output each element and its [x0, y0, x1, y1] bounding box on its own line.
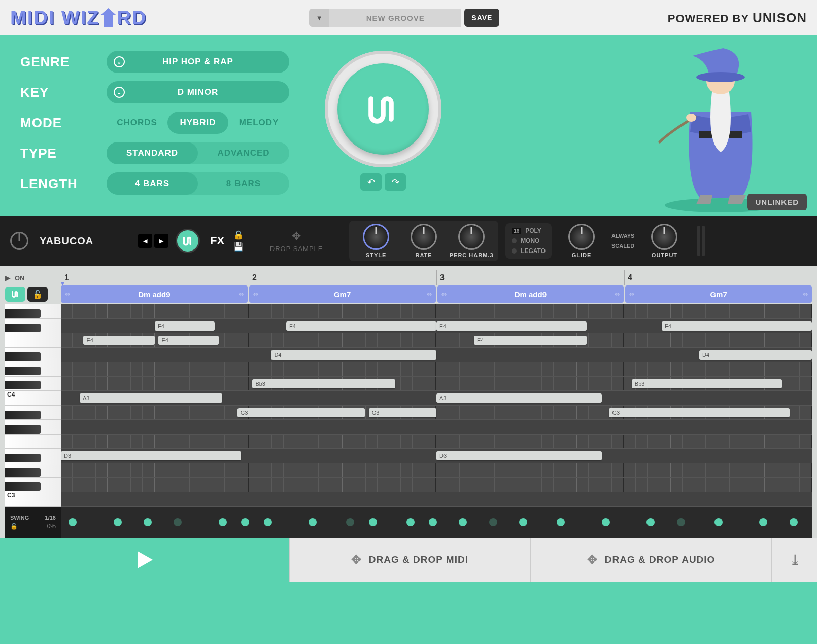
svg-point-6: [696, 72, 745, 82]
prev-preset-button[interactable]: ◀: [138, 234, 152, 248]
chord-block[interactable]: ⇔Gm7⇔: [625, 285, 812, 303]
midi-note[interactable]: E4: [158, 336, 218, 345]
play-button[interactable]: [0, 538, 289, 582]
drag-drop-audio-button[interactable]: ✥ DRAG & DROP AUDIO: [530, 538, 771, 582]
genre-dropdown[interactable]: ⌄ HIP HOP & RAP: [107, 51, 289, 73]
midi-note[interactable]: D3: [436, 451, 602, 460]
chord-block[interactable]: ⇔Gm7⇔: [249, 285, 436, 303]
chord-lock-button[interactable]: 🔓: [27, 287, 48, 302]
chord-unison-button[interactable]: [5, 287, 25, 302]
bar-number: 3: [436, 270, 624, 285]
save-preset-icon[interactable]: 💾: [233, 242, 244, 252]
output-knob[interactable]: [651, 224, 677, 250]
save-button[interactable]: SAVE: [464, 9, 499, 27]
rate-knob[interactable]: [411, 224, 437, 250]
groove-name-field[interactable]: NEW GROOVE: [329, 9, 461, 27]
bar-number: 1: [61, 270, 249, 285]
velocity-dot[interactable]: [241, 518, 249, 526]
velocity-dot[interactable]: [309, 518, 317, 526]
midi-note[interactable]: F4: [662, 321, 812, 331]
mode-melody-button[interactable]: MELODY: [228, 112, 289, 134]
swing-lock-icon[interactable]: 🔓: [10, 523, 18, 530]
midi-note[interactable]: D4: [271, 350, 436, 360]
velocity-dot[interactable]: [759, 518, 767, 526]
play-icon[interactable]: ▶: [5, 274, 11, 282]
unlinked-badge[interactable]: UNLINKED: [747, 194, 807, 210]
velocity-dot[interactable]: [459, 518, 467, 526]
length-4bars-button[interactable]: 4 BARS: [107, 172, 198, 195]
velocity-dot[interactable]: [264, 518, 272, 526]
length-8bars-button[interactable]: 8 BARS: [198, 172, 289, 195]
timeline-ruler[interactable]: ▶ ON ▾ 1234: [5, 270, 812, 285]
unlock-icon[interactable]: 🔓: [233, 230, 244, 240]
mode-chords-button[interactable]: CHORDS: [107, 112, 167, 134]
swing-percent[interactable]: 0%: [47, 523, 56, 530]
key-dropdown[interactable]: ⌄ D MINOR: [107, 81, 289, 103]
velocity-dot[interactable]: [714, 518, 723, 526]
chord-block[interactable]: ⇔Dm add9⇔: [61, 285, 248, 303]
glide-knob[interactable]: [568, 224, 595, 250]
midi-note[interactable]: F4: [286, 321, 436, 331]
midi-note[interactable]: E4: [474, 336, 587, 345]
midi-note[interactable]: D4: [699, 350, 812, 360]
voice-mode-selector[interactable]: 16POLY MONO LEGATO: [505, 223, 552, 259]
velocity-dot[interactable]: [602, 518, 610, 526]
unison-preset-button[interactable]: [176, 229, 200, 253]
perc-harm-knob[interactable]: [458, 224, 485, 250]
velocity-dot[interactable]: [219, 518, 227, 526]
drag-drop-midi-button[interactable]: ✥ DRAG & DROP MIDI: [289, 538, 530, 582]
velocity-dot[interactable]: [406, 518, 415, 526]
velocity-dot[interactable]: [369, 518, 377, 526]
swing-division[interactable]: 1/16: [45, 515, 56, 521]
midi-note[interactable]: A3: [436, 393, 602, 403]
groove-dropdown-button[interactable]: ▼: [309, 9, 329, 27]
undo-button[interactable]: ↶: [360, 173, 382, 191]
midi-note[interactable]: G3: [237, 408, 365, 417]
piano-keyboard[interactable]: C4C3: [5, 304, 61, 507]
type-standard-button[interactable]: STANDARD: [107, 142, 198, 164]
midi-note[interactable]: G3: [609, 408, 789, 417]
midi-note[interactable]: D3: [61, 451, 241, 460]
velocity-dot[interactable]: [489, 518, 497, 526]
velocity-dot[interactable]: [174, 518, 182, 526]
velocity-dot[interactable]: [677, 518, 685, 526]
midi-note[interactable]: E4: [83, 336, 155, 345]
length-label: LENGTH: [20, 176, 107, 192]
velocity-dot[interactable]: [790, 518, 798, 526]
midi-note[interactable]: F4: [436, 321, 587, 331]
fx-button[interactable]: FX: [210, 234, 224, 247]
next-preset-button[interactable]: ▶: [154, 234, 168, 248]
midi-note[interactable]: Bb3: [632, 379, 782, 388]
velocity-dot[interactable]: [646, 518, 655, 526]
download-button[interactable]: ⤓: [771, 538, 817, 582]
drop-sample-area[interactable]: ✥ DROP SAMPLE: [251, 230, 342, 253]
generate-button[interactable]: [325, 51, 441, 167]
redo-button[interactable]: ↷: [385, 173, 406, 191]
octave-label: C4: [7, 391, 15, 398]
midi-note[interactable]: G3: [369, 408, 436, 417]
type-advanced-button[interactable]: ADVANCED: [198, 142, 289, 164]
chevron-down-icon: ⌄: [114, 56, 125, 67]
midi-note[interactable]: A3: [80, 393, 222, 403]
velocity-dot[interactable]: [429, 518, 437, 526]
type-label: TYPE: [20, 146, 107, 161]
power-button[interactable]: [10, 232, 28, 250]
genre-label: GENRE: [20, 54, 107, 70]
velocity-dot[interactable]: [346, 518, 354, 526]
move-icon: ✥: [351, 553, 362, 567]
chord-block[interactable]: ⇔Dm add9⇔: [437, 285, 624, 303]
velocity-dot[interactable]: [519, 518, 527, 526]
velocity-dot[interactable]: [114, 518, 122, 526]
velocity-dot[interactable]: [557, 518, 565, 526]
preset-name[interactable]: YABUCOA: [40, 235, 131, 247]
midi-note[interactable]: Bb3: [252, 379, 395, 388]
note-grid[interactable]: F4E4E4A3D3F4D4Bb3G3G3F4E4A3D3F4D4Bb3G3: [61, 304, 812, 507]
velocity-dot[interactable]: [144, 518, 152, 526]
velocity-lane[interactable]: [61, 507, 812, 538]
glide-mode-selector[interactable]: ALWAYS SCALED: [611, 233, 634, 249]
move-icon: ✥: [587, 553, 598, 567]
style-knob[interactable]: [363, 224, 389, 250]
velocity-dot[interactable]: [69, 518, 77, 526]
mode-hybrid-button[interactable]: HYBRID: [167, 112, 228, 134]
midi-note[interactable]: F4: [155, 321, 215, 331]
